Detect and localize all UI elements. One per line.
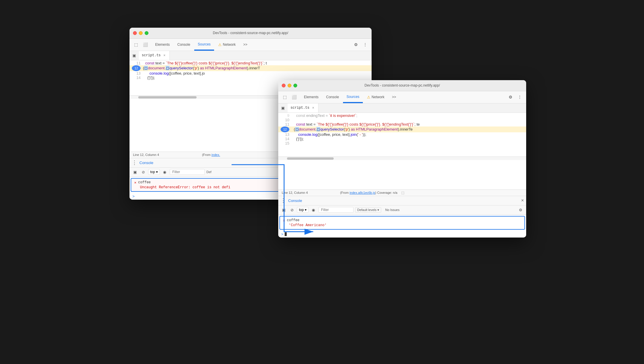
title-bar-back: DevTools - consistent-source-map-pc.netl… bbox=[130, 28, 372, 39]
minimize-button[interactable] bbox=[139, 31, 143, 35]
panel-toggle-back[interactable]: ▣ bbox=[131, 52, 138, 59]
minimize-button-front[interactable] bbox=[288, 84, 291, 87]
tab-network-back[interactable]: ⚠ Network bbox=[215, 39, 239, 51]
code-line-12-front: 12 (◻document.◻querySelector('p') as HTM… bbox=[278, 126, 526, 132]
file-tab-name-back: script.ts bbox=[142, 53, 161, 57]
file-tab-close-back[interactable]: × bbox=[162, 53, 167, 57]
code-line-9-front: 9 const endingText = `it is expensive!`; bbox=[278, 113, 526, 118]
console-block-icon-front[interactable]: ⊘ bbox=[289, 207, 295, 213]
console-success-entry-front: × coffee 'Coffee Americano' bbox=[279, 216, 525, 230]
console-close-button[interactable]: × bbox=[521, 198, 524, 203]
inspect-icon-front[interactable]: ⬚ bbox=[281, 93, 289, 101]
traffic-lights-front bbox=[282, 84, 297, 87]
tab-navigation-front: Elements Console Sources ⚠ Network >> bbox=[300, 91, 400, 103]
console-panel-toggle[interactable]: ▣ bbox=[132, 169, 138, 175]
source-link-front[interactable]: index.a8c1ec6b.js bbox=[349, 191, 375, 194]
gear-icon-front[interactable]: ⚙ bbox=[506, 93, 514, 101]
more-icon-front[interactable]: ⋮ bbox=[516, 93, 524, 101]
traffic-lights-back bbox=[133, 31, 148, 35]
device-icon-front[interactable]: ⬜ bbox=[290, 93, 298, 101]
file-tab-close-front[interactable]: × bbox=[311, 106, 315, 110]
console-prompt-front: > bbox=[278, 231, 526, 238]
tab-network-front[interactable]: ⚠ Network bbox=[363, 91, 388, 103]
window-title-front: DevTools - consistent-source-map-pc.netl… bbox=[365, 83, 440, 87]
console-panel-toggle-front[interactable]: ▣ bbox=[281, 207, 287, 213]
file-tab-front[interactable]: script.ts × bbox=[288, 103, 318, 112]
context-selector-back[interactable]: top ▾ bbox=[148, 169, 160, 175]
window-title-back: DevTools - consistent-source-map-pc.netl… bbox=[213, 31, 288, 35]
toolbar-front: ⬚ ⬜ Elements Console Sources bbox=[278, 91, 526, 103]
title-bar-front: DevTools - consistent-source-map-pc.netl… bbox=[278, 80, 526, 91]
code-line-11-back: 11 const text = `The ${'{'}coffee{'}'} c… bbox=[130, 61, 372, 65]
scrollbar-thumb-front[interactable] bbox=[287, 157, 334, 160]
tab-elements-back[interactable]: Elements bbox=[152, 39, 173, 51]
close-button[interactable] bbox=[133, 31, 137, 35]
file-tab-back[interactable]: script.ts × bbox=[139, 51, 170, 60]
inspect-icon[interactable]: ⬚ bbox=[132, 41, 140, 49]
console-menu-icon-front[interactable]: ⋮ bbox=[281, 198, 286, 203]
more-icon-back[interactable]: ⋮ bbox=[361, 41, 369, 49]
error-icon-back: × bbox=[134, 180, 136, 185]
gear-icon-console[interactable]: ⚙ bbox=[517, 207, 524, 213]
status-bar-front: Line 12, Column 4 (From index.a8c1ec6b.j… bbox=[278, 189, 526, 196]
tab-elements-front[interactable]: Elements bbox=[300, 91, 322, 103]
scrollbar-thumb-back[interactable] bbox=[138, 96, 197, 99]
file-tab-bar-front: ▣ script.ts × bbox=[278, 103, 526, 113]
tab-more-front[interactable]: >> bbox=[388, 91, 400, 103]
chevron-down-icon-levels: ▾ bbox=[377, 208, 379, 212]
cursor-position-back: Line 12, Column 4 bbox=[133, 153, 159, 156]
code-line-12-back: 12 (◻document.◻querySelector('p') as HTM… bbox=[130, 65, 372, 71]
code-line-11-front: 11 const text = `The ${'{'}coffee{'}'} c… bbox=[278, 122, 526, 126]
maximize-button-front[interactable] bbox=[293, 84, 297, 87]
code-line-14-front: 14 {'}'}); bbox=[278, 137, 526, 141]
code-line-13-back: 13 console.log([coffee, price, text].jo bbox=[130, 71, 372, 75]
devtools-window-front: DevTools - consistent-source-map-pc.netl… bbox=[278, 80, 526, 238]
toolbar-back: ⬚ ⬜ Elements Console Sources bbox=[130, 39, 372, 51]
gear-icon-back[interactable]: ⚙ bbox=[352, 41, 360, 49]
default-levels-front[interactable]: Default levels ▾ bbox=[355, 207, 381, 213]
tab-sources-front[interactable]: Sources bbox=[343, 91, 363, 103]
close-button-front[interactable] bbox=[282, 84, 286, 87]
code-line-14-back: 14 {'}'}); bbox=[130, 75, 372, 80]
code-line-13-front: 13 console.log([coffee, price, text].joi… bbox=[278, 132, 526, 137]
cursor-caret bbox=[285, 232, 287, 236]
entry-success-text-front: 'Coffee Americano' bbox=[283, 223, 522, 227]
console-header-front: ⋮ Console × bbox=[278, 196, 526, 205]
console-menu-icon[interactable]: ⋮ bbox=[132, 160, 137, 165]
code-line-15-front: 15 bbox=[278, 141, 526, 145]
device-icon[interactable]: ⬜ bbox=[141, 41, 149, 49]
entry-name-back: coffee bbox=[138, 180, 151, 184]
prompt-arrow-back: > bbox=[132, 194, 135, 198]
code-line-10-front: 10 bbox=[278, 118, 526, 122]
eye-icon-front[interactable]: ◉ bbox=[310, 207, 317, 213]
coverage-icon[interactable]: ⬚ bbox=[401, 191, 404, 195]
source-link-back[interactable]: index. bbox=[211, 153, 220, 156]
error-icon-front: × bbox=[283, 218, 285, 223]
prompt-arrow-front: > bbox=[281, 232, 284, 236]
eye-icon-back[interactable]: ◉ bbox=[162, 169, 168, 175]
entry-name-front: coffee bbox=[287, 218, 300, 222]
tab-console-back[interactable]: Console bbox=[174, 39, 194, 51]
tab-console-front[interactable]: Console bbox=[323, 91, 342, 103]
console-block-icon[interactable]: ⊘ bbox=[140, 169, 146, 175]
console-filter-front[interactable] bbox=[318, 207, 354, 213]
warning-icon-front: ⚠ bbox=[367, 95, 370, 99]
code-section-front: 9 const endingText = `it is expensive!`;… bbox=[278, 113, 526, 189]
panel-toggle-front[interactable]: ▣ bbox=[279, 104, 286, 111]
context-selector-front[interactable]: top ▾ bbox=[297, 207, 309, 213]
console-toolbar-front: ▣ ⊘ top ▾ ◉ Default levels ▾ No Issues ⚙ bbox=[278, 205, 526, 215]
tab-more-back[interactable]: >> bbox=[240, 39, 251, 51]
file-tab-name-front: script.ts bbox=[290, 106, 309, 110]
console-filter-back[interactable] bbox=[170, 169, 205, 175]
console-title-front: Console bbox=[288, 198, 302, 203]
cursor-position-front: Line 12, Column 4 bbox=[282, 191, 308, 194]
default-levels-back: Def bbox=[206, 170, 211, 174]
chevron-down-icon: ▾ bbox=[156, 170, 158, 174]
warning-icon: ⚠ bbox=[218, 43, 222, 47]
tab-sources-back[interactable]: Sources bbox=[194, 39, 214, 51]
horizontal-scrollbar-front[interactable] bbox=[278, 156, 526, 160]
console-panel-front: ⋮ Console × ▣ ⊘ top ▾ ◉ Default levels bbox=[278, 196, 526, 238]
tab-navigation-back: Elements Console Sources ⚠ Network >> bbox=[152, 39, 251, 51]
entry-header-front: × coffee bbox=[283, 218, 522, 223]
maximize-button[interactable] bbox=[145, 31, 148, 35]
